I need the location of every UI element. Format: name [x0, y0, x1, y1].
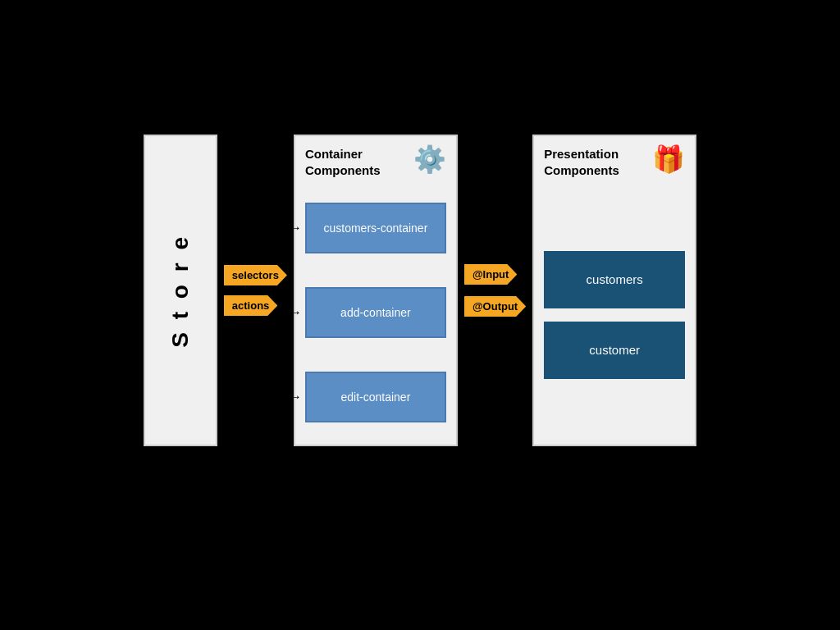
middle-arrows: @Input @Output: [464, 264, 526, 317]
actions-arrow: actions: [224, 295, 287, 316]
edit-container-item: edit-container: [305, 372, 446, 422]
store-label: S t o r e: [167, 234, 194, 348]
customers-container-item: customers-container: [305, 203, 446, 253]
presentation-header: Presentation Components 🎁: [544, 146, 685, 178]
actions-badge: actions: [224, 295, 278, 316]
store-box: S t o r e: [144, 135, 217, 446]
customer-presentation-item: customer: [544, 322, 685, 379]
customers-presentation-item: customers: [544, 251, 685, 308]
selectors-arrow: selectors: [224, 265, 287, 285]
input-badge: @Input: [464, 264, 517, 285]
selectors-badge: selectors: [224, 265, 287, 285]
output-badge: @Output: [464, 296, 526, 317]
presentation-title: Presentation Components: [544, 146, 619, 178]
gear-icon: ⚙️: [413, 146, 446, 172]
presentation-components-box: Presentation Components 🎁 customers cust…: [532, 135, 696, 446]
gift-icon: 🎁: [652, 146, 685, 172]
container-components-box: Container Components ⚙️ customers-contai…: [294, 135, 458, 446]
add-container-item: add-container: [305, 287, 446, 338]
presentation-items: customers customer: [544, 194, 685, 435]
container-header: Container Components ⚙️: [305, 146, 446, 178]
input-arrow: @Input: [464, 264, 526, 285]
container-title: Container Components: [305, 146, 381, 178]
container-items: customers-container add-container edit-c…: [305, 189, 446, 435]
architecture-diagram: S t o r e selectors actions Container Co…: [144, 135, 696, 446]
output-arrow: @Output: [464, 296, 526, 317]
store-arrows: selectors actions: [224, 265, 287, 316]
